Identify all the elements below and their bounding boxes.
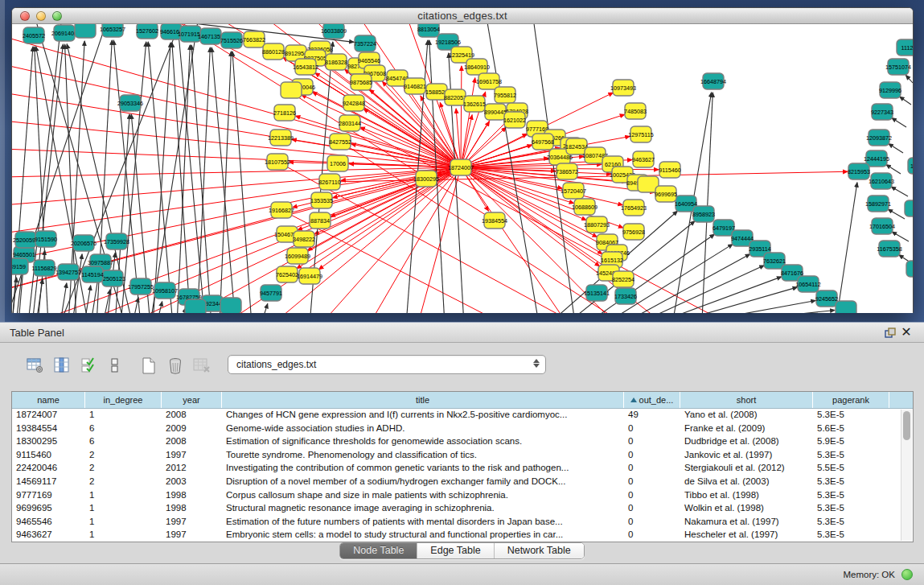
graph-node[interactable]: 8267110	[318, 174, 340, 190]
graph-node[interactable]: 17006	[327, 155, 348, 171]
graph-node[interactable]: 2718126	[273, 105, 296, 121]
table-chooser-dropdown[interactable]: citations_edges.txt	[228, 355, 546, 374]
graph-node[interactable]: 9875685	[350, 74, 372, 90]
graph-node[interactable]: 8958923	[692, 206, 715, 222]
graph-node[interactable]: 10958107	[152, 282, 178, 299]
graph-node[interactable]: 9146821	[404, 78, 426, 94]
graph-node[interactable]	[281, 82, 302, 98]
graph-node[interactable]	[185, 299, 206, 313]
graph-node[interactable]: 1527602	[136, 24, 158, 39]
tab-edge-table[interactable]: Edge Table	[417, 543, 494, 558]
graph-node[interactable]	[836, 301, 856, 313]
graph-node[interactable]: 16543812	[293, 59, 318, 75]
network-canvas[interactable]: 1872400724055722069140610653257152760294…	[12, 24, 913, 313]
graph-node[interactable]: 887834	[310, 212, 331, 229]
graph-node[interactable]	[220, 298, 241, 313]
table-scrollbar-thumb[interactable]	[903, 411, 910, 440]
close-icon[interactable]: ✕	[898, 325, 914, 340]
graph-node[interactable]: 9242848	[343, 95, 365, 111]
column-header-out_de[interactable]: out_de...	[624, 392, 680, 408]
graph-node[interactable]: 8813054	[417, 24, 440, 37]
graph-node[interactable]: 17016504	[869, 218, 895, 234]
graph-node[interactable]: 8215953	[848, 163, 870, 179]
graph-node[interactable]: 2405572	[23, 27, 45, 43]
graph-node[interactable]: 18640910	[464, 59, 490, 75]
graph-node[interactable]: 10688609	[572, 199, 598, 215]
table-row[interactable]: 946362711997Embryonic stem cells: a mode…	[12, 529, 913, 542]
graph-node[interactable]: 15892971	[865, 196, 891, 212]
graph-node[interactable]: 1621022	[503, 112, 526, 128]
graph-node[interactable]: 7357224	[354, 35, 376, 51]
delete-table-button[interactable]	[191, 355, 213, 376]
graph-node[interactable]: 9151590	[35, 231, 57, 247]
graph-node[interactable]: 17957255	[128, 278, 154, 295]
graph-node[interactable]: 11156829	[32, 260, 57, 276]
graph-node[interactable]: 2803144	[339, 115, 361, 131]
graph-node[interactable]: 13942757	[55, 264, 81, 280]
graph-node[interactable]: 19166827	[269, 202, 294, 218]
graph-node[interactable]	[906, 261, 913, 277]
graph-node[interactable]: 7663822	[243, 31, 265, 47]
column-header-year[interactable]: year	[162, 392, 222, 408]
graph-node[interactable]: 39159	[12, 258, 28, 274]
graph-node[interactable]: 7485083	[624, 103, 647, 119]
graph-node[interactable]: 9457791	[260, 285, 282, 301]
graph-node[interactable]: 1353535	[310, 192, 333, 208]
graph-node[interactable]: 3498222	[293, 231, 315, 247]
column-header-title[interactable]: title	[222, 392, 624, 408]
select-all-button[interactable]	[77, 355, 100, 376]
graph-node[interactable]: 16033809	[321, 24, 347, 39]
graph-node[interactable]: 9699695	[655, 186, 677, 202]
graph-node[interactable]: 16648794	[700, 73, 726, 89]
graph-node[interactable]: 10654112	[795, 276, 820, 292]
graph-node[interactable]: 9115460	[659, 162, 680, 178]
tab-network-table[interactable]: Network Table	[495, 543, 584, 558]
table-row[interactable]: 969969511998Structural magnetic resonanc…	[12, 502, 913, 516]
window-titlebar[interactable]: citations_edges.txt	[12, 8, 913, 24]
table-row[interactable]: 1872400712008Changes of HCN gene express…	[12, 409, 913, 422]
column-header-pagerank[interactable]: pagerank	[813, 392, 889, 408]
graph-node[interactable]: 9245652	[815, 290, 838, 307]
graph-node[interactable]: 17654923	[621, 200, 647, 216]
graph-node[interactable]: 16210643	[869, 173, 894, 189]
table-row[interactable]: 977716911998Corpus callosum shape and si…	[12, 489, 913, 503]
graph-node[interactable]: 10653257	[100, 24, 125, 37]
graph-node[interactable]	[75, 24, 96, 38]
graph-node[interactable]: 9227343	[871, 104, 893, 120]
graph-node[interactable]: 1145194	[81, 266, 103, 282]
graph-node[interactable]: 1733426	[614, 288, 637, 304]
graph-node[interactable]: 20206576	[71, 235, 97, 251]
graph-node[interactable]: 15135141	[584, 285, 610, 301]
graph-node[interactable]: 12505123	[100, 270, 125, 286]
graph-node[interactable]: 18107552	[265, 154, 290, 170]
graph-node[interactable]: 9463627	[632, 151, 655, 167]
graph-node[interactable]: 18807293	[584, 216, 610, 233]
graph-node[interactable]: 18300295	[413, 171, 439, 187]
tab-node-table[interactable]: Node Table	[340, 543, 417, 558]
graph-node[interactable]: 12975115	[628, 126, 653, 142]
graph-node[interactable]: 7386572	[556, 163, 578, 179]
delete-column-button[interactable]	[164, 355, 187, 376]
table-row[interactable]: 1830029562008Estimation of significance …	[12, 435, 913, 449]
graph-node[interactable]: 1112	[897, 39, 913, 56]
graph-node[interactable]: 8186328	[325, 54, 347, 70]
graph-node[interactable]: 8252254	[612, 271, 634, 287]
table-row[interactable]: 911546021997Tourette syndrome. Phenomeno…	[12, 449, 913, 463]
graph-node[interactable]	[905, 200, 913, 216]
selection-mode-button[interactable]	[104, 355, 126, 376]
graph-node[interactable]: 7625402	[276, 266, 298, 282]
graph-node[interactable]: 15751074	[885, 59, 911, 75]
graph-node[interactable]: 19384554	[482, 212, 507, 229]
float-window-icon[interactable]	[882, 325, 898, 340]
column-header-in_degree[interactable]: in_degree	[85, 392, 162, 408]
graph-node[interactable]: 10973493	[610, 80, 636, 96]
graph-node[interactable]: 9756928	[622, 224, 645, 240]
table-settings-button[interactable]	[24, 355, 47, 376]
table-row[interactable]: 1938455462009Genome-wide association stu…	[12, 422, 913, 436]
graph-node[interactable]: 7515526	[220, 32, 243, 48]
graph-node[interactable]: 16099489	[285, 248, 310, 264]
graph-node[interactable]: 18724007	[448, 159, 474, 175]
graph-node[interactable]: 12093872	[866, 130, 892, 146]
graph-node[interactable]: 15958	[908, 158, 913, 174]
graph-node[interactable]: 11675358	[877, 241, 901, 257]
